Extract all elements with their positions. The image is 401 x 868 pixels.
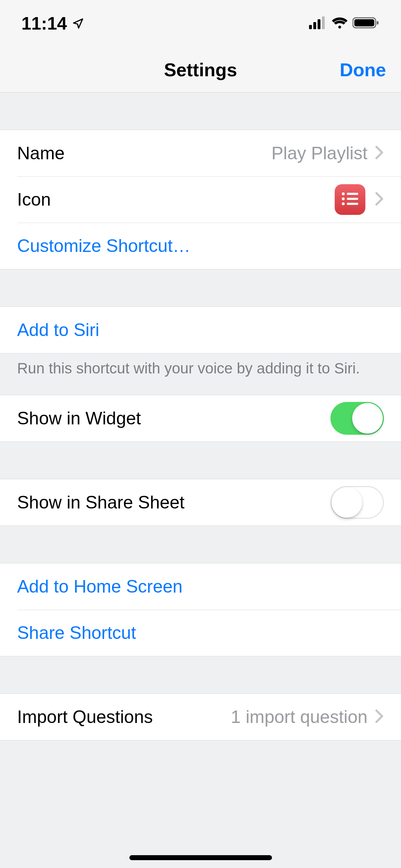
customize-shortcut-label: Customize Shortcut… bbox=[17, 236, 384, 256]
chevron-right-icon bbox=[375, 709, 384, 725]
cellular-icon bbox=[309, 16, 327, 31]
show-in-widget-label: Show in Widget bbox=[17, 408, 330, 429]
shortcut-icon-preview bbox=[335, 184, 365, 215]
import-questions-value: 1 import question bbox=[231, 707, 367, 727]
add-to-home-screen-label: Add to Home Screen bbox=[17, 576, 384, 597]
group-sharesheet: Show in Share Sheet bbox=[0, 479, 401, 526]
siri-footer: Run this shortcut with your voice by add… bbox=[0, 353, 401, 395]
svg-rect-5 bbox=[354, 19, 374, 26]
svg-point-9 bbox=[342, 202, 345, 205]
battery-icon bbox=[353, 16, 380, 31]
name-label: Name bbox=[17, 143, 271, 164]
nav-bar: Settings Done bbox=[0, 47, 401, 93]
status-bar: 11:14 bbox=[0, 0, 401, 47]
svg-point-7 bbox=[342, 192, 345, 195]
chevron-right-icon bbox=[375, 192, 384, 207]
import-questions-row[interactable]: Import Questions 1 import question bbox=[0, 694, 401, 740]
name-value: Play Playlist bbox=[271, 143, 367, 164]
list-icon bbox=[340, 191, 360, 208]
done-button[interactable]: Done bbox=[340, 59, 386, 81]
share-shortcut-row[interactable]: Share Shortcut bbox=[0, 610, 401, 656]
show-in-share-sheet-toggle[interactable] bbox=[330, 486, 384, 519]
add-to-siri-label: Add to Siri bbox=[17, 320, 384, 340]
siri-footer-text: Run this shortcut with your voice by add… bbox=[17, 360, 384, 377]
wifi-icon bbox=[331, 16, 348, 31]
add-to-home-screen-row[interactable]: Add to Home Screen bbox=[0, 563, 401, 610]
customize-shortcut-row[interactable]: Customize Shortcut… bbox=[0, 223, 401, 269]
svg-point-8 bbox=[342, 197, 345, 200]
group-siri: Add to Siri bbox=[0, 306, 401, 353]
status-time-area: 11:14 bbox=[21, 13, 84, 34]
show-in-widget-toggle[interactable] bbox=[330, 402, 384, 435]
show-in-share-sheet-label: Show in Share Sheet bbox=[17, 492, 330, 513]
group-import: Import Questions 1 import question bbox=[0, 693, 401, 740]
status-indicators bbox=[309, 16, 380, 31]
svg-rect-12 bbox=[347, 203, 358, 205]
status-time: 11:14 bbox=[21, 13, 67, 34]
svg-rect-3 bbox=[322, 16, 325, 29]
svg-rect-2 bbox=[318, 19, 320, 29]
show-in-widget-row: Show in Widget bbox=[0, 395, 401, 441]
import-questions-label: Import Questions bbox=[17, 707, 231, 727]
icon-label: Icon bbox=[17, 189, 335, 210]
name-row[interactable]: Name Play Playlist bbox=[0, 130, 401, 176]
svg-rect-11 bbox=[347, 198, 358, 200]
svg-rect-0 bbox=[309, 25, 312, 29]
add-to-siri-row[interactable]: Add to Siri bbox=[0, 307, 401, 353]
show-in-share-sheet-row: Show in Share Sheet bbox=[0, 479, 401, 526]
svg-rect-6 bbox=[377, 21, 379, 25]
share-shortcut-label: Share Shortcut bbox=[17, 622, 384, 643]
location-icon bbox=[72, 13, 84, 34]
group-widget: Show in Widget bbox=[0, 395, 401, 442]
group-identity: Name Play Playlist Icon Customize bbox=[0, 130, 401, 269]
home-indicator bbox=[129, 855, 272, 860]
svg-rect-10 bbox=[347, 193, 358, 195]
group-actions: Add to Home Screen Share Shortcut bbox=[0, 563, 401, 656]
icon-row[interactable]: Icon bbox=[0, 176, 401, 223]
chevron-right-icon bbox=[375, 145, 384, 161]
svg-rect-1 bbox=[313, 22, 316, 29]
page-title: Settings bbox=[164, 59, 237, 81]
